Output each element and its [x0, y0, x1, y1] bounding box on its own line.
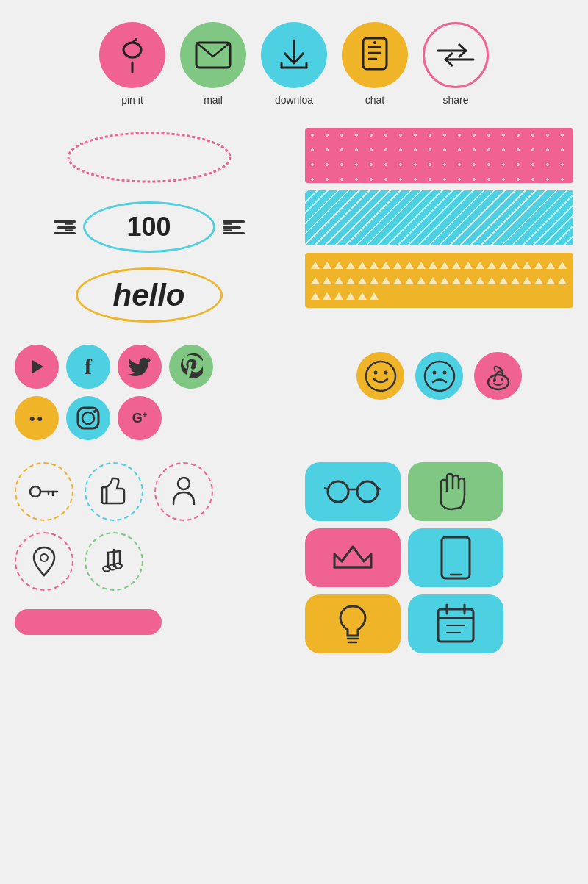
svg-rect-51	[442, 537, 470, 578]
googleplus-button[interactable]: G+	[118, 396, 162, 440]
facebook-button[interactable]: f	[66, 345, 110, 389]
poop-emoji[interactable]	[474, 352, 522, 400]
bulb-rect[interactable]	[305, 594, 401, 653]
svg-point-23	[373, 370, 377, 374]
download-label: downloa	[275, 94, 313, 106]
instagram-button[interactable]	[66, 396, 110, 440]
svg-point-1	[123, 43, 141, 57]
svg-point-25	[425, 362, 454, 391]
bottom-right	[305, 462, 573, 653]
icon-row: pin it mail downl	[15, 22, 573, 106]
calendar-rect[interactable]	[408, 594, 503, 653]
play-button[interactable]	[15, 345, 59, 389]
middle-section: 100 hello	[15, 128, 573, 323]
share-label: share	[442, 94, 468, 106]
outline-circle-row1	[15, 462, 283, 521]
hundred-text: 100	[126, 212, 171, 242]
svg-point-4	[135, 38, 137, 41]
flickr-button[interactable]: ●●	[15, 396, 59, 440]
svg-point-36	[178, 478, 190, 489]
main-container: pin it mail downl	[15, 22, 573, 668]
tablet-rect[interactable]	[408, 528, 503, 587]
pink-bar	[15, 609, 162, 635]
svg-line-41	[108, 551, 120, 553]
right-column	[305, 128, 573, 323]
share-icon	[435, 40, 476, 70]
glasses-rect[interactable]	[305, 462, 401, 521]
mail-label: mail	[204, 94, 223, 106]
pinterest-button[interactable]	[169, 345, 213, 389]
icon-item-share[interactable]: share	[423, 22, 489, 106]
hello-oval: hello	[76, 267, 223, 323]
rect-row-2	[305, 528, 573, 587]
hand-rect[interactable]	[408, 462, 503, 521]
outline-circle-row2	[15, 532, 283, 591]
right-lines	[223, 220, 245, 234]
svg-point-31	[30, 486, 40, 497]
social-emoji-section: f ●●	[15, 345, 573, 448]
hundred-oval-row: 100	[15, 201, 283, 253]
chat-circle	[342, 22, 408, 88]
svg-point-29	[493, 378, 496, 381]
svg-point-30	[501, 378, 503, 381]
svg-point-27	[442, 370, 446, 374]
svg-point-24	[384, 370, 387, 374]
svg-point-14	[373, 41, 376, 44]
emoji-section	[305, 345, 573, 400]
washi-yellow-strip	[305, 253, 573, 308]
social-row-bottom: ●● G+	[15, 396, 283, 440]
icon-item-chat[interactable]: chat	[342, 22, 408, 106]
hello-text: hello	[112, 278, 184, 313]
icon-item-download[interactable]: downloa	[261, 22, 327, 106]
pinit-circle	[99, 22, 165, 88]
svg-point-26	[432, 370, 436, 374]
download-circle	[261, 22, 327, 88]
location-circle[interactable]	[15, 532, 74, 591]
social-icons: f ●●	[15, 345, 283, 448]
social-row-top: f	[15, 345, 283, 389]
svg-point-28	[488, 375, 509, 389]
chat-icon	[360, 37, 390, 73]
twitter-button[interactable]	[118, 345, 162, 389]
rect-row-1	[305, 462, 573, 521]
person-circle[interactable]	[154, 462, 213, 521]
pink-oval	[15, 128, 283, 187]
icon-item-mail[interactable]: mail	[180, 22, 246, 106]
svg-point-45	[328, 481, 348, 502]
svg-point-21	[93, 410, 96, 413]
key-circle[interactable]	[15, 462, 74, 521]
pin-icon	[114, 37, 151, 73]
pinit-label: pin it	[121, 94, 143, 106]
bottom-section	[15, 462, 573, 653]
svg-marker-18	[32, 360, 43, 373]
svg-point-20	[82, 412, 94, 424]
washi-pink-strip	[305, 128, 573, 183]
left-column: 100 hello	[15, 128, 283, 323]
share-circle	[423, 22, 489, 88]
svg-point-17	[68, 133, 230, 182]
rect-row-3	[305, 594, 573, 653]
thumbsup-circle[interactable]	[85, 462, 143, 521]
hello-oval-row: hello	[15, 267, 283, 323]
chat-label: chat	[365, 94, 384, 106]
svg-point-46	[357, 481, 378, 502]
svg-point-22	[366, 362, 395, 391]
hundred-oval: 100	[83, 201, 215, 253]
washi-teal-strip	[305, 190, 573, 245]
bottom-left	[15, 462, 283, 653]
crown-rect[interactable]	[305, 528, 401, 587]
icon-item-pinit[interactable]: pin it	[99, 22, 165, 106]
mail-circle	[180, 22, 246, 88]
sad-emoji[interactable]	[415, 352, 463, 400]
download-icon	[276, 37, 312, 73]
music-circle[interactable]	[85, 532, 143, 591]
happy-emoji[interactable]	[356, 352, 404, 400]
mail-icon	[194, 40, 232, 70]
svg-rect-35	[102, 487, 107, 503]
svg-point-37	[40, 554, 48, 561]
